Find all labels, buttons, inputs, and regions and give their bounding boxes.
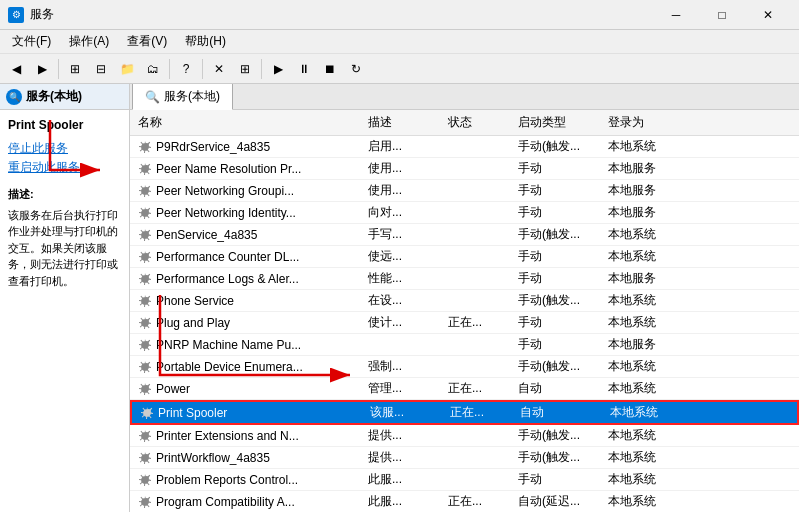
service-name-cell: Problem Reports Control... <box>134 472 364 488</box>
service-name-cell: Peer Name Resolution Pr... <box>134 161 364 177</box>
gear-icon <box>138 228 152 242</box>
help-button[interactable]: ? <box>174 57 198 81</box>
table-row[interactable]: Printer Extensions and N... 提供... 手动(触发.… <box>130 425 799 447</box>
table-row[interactable]: Peer Networking Identity... 向对... 手动 本地服… <box>130 202 799 224</box>
service-startup-cell: 手动 <box>514 335 604 354</box>
menu-view[interactable]: 查看(V) <box>119 31 175 52</box>
stop-service-link[interactable]: 停止此服务 <box>8 140 121 157</box>
gear-icon <box>138 294 152 308</box>
service-name-cell: Power <box>134 381 364 397</box>
service-status-cell: 正在... <box>446 403 516 422</box>
back-button[interactable]: ◀ <box>4 57 28 81</box>
service-startup-cell: 手动(触发... <box>514 291 604 310</box>
table-row[interactable]: P9RdrService_4a835 启用... 手动(触发... 本地系统 <box>130 136 799 158</box>
service-name-cell: PrintWorkflow_4a835 <box>134 450 364 466</box>
delete-button[interactable]: ✕ <box>207 57 231 81</box>
service-desc-cell: 使计... <box>364 313 444 332</box>
service-login-cell: 本地系统 <box>604 426 684 445</box>
col-header-desc[interactable]: 描述 <box>364 112 444 133</box>
gear-icon <box>138 250 152 264</box>
toolbar: ◀ ▶ ⊞ ⊟ 📁 🗂 ? ✕ ⊞ ▶ ⏸ ⏹ ↻ <box>0 54 799 84</box>
gear-icon <box>138 382 152 396</box>
service-desc-cell: 性能... <box>364 269 444 288</box>
service-status-cell: 正在... <box>444 492 514 511</box>
minimize-button[interactable]: ─ <box>653 0 699 30</box>
col-header-startup[interactable]: 启动类型 <box>514 112 604 133</box>
service-name-text: Program Compatibility A... <box>156 495 295 509</box>
table-row[interactable]: PenService_4a835 手写... 手动(触发... 本地系统 <box>130 224 799 246</box>
restart-service-link[interactable]: 重启动此服务 <box>8 159 121 176</box>
service-status-cell <box>444 190 514 192</box>
service-status-cell <box>444 300 514 302</box>
close-button[interactable]: ✕ <box>745 0 791 30</box>
table-row[interactable]: PrintWorkflow_4a835 提供... 手动(触发... 本地系统 <box>130 447 799 469</box>
service-desc-cell: 手写... <box>364 225 444 244</box>
app-icon: ⚙ <box>8 7 24 23</box>
table-row[interactable]: PNRP Machine Name Pu... 手动 本地服务 <box>130 334 799 356</box>
table-row[interactable]: Phone Service 在设... 手动(触发... 本地系统 <box>130 290 799 312</box>
menu-help[interactable]: 帮助(H) <box>177 31 234 52</box>
service-startup-cell: 手动(触发... <box>514 225 604 244</box>
service-name-text: Peer Networking Groupi... <box>156 184 294 198</box>
menu-action[interactable]: 操作(A) <box>61 31 117 52</box>
table-row[interactable]: Portable Device Enumera... 强制... 手动(触发..… <box>130 356 799 378</box>
table-row[interactable]: Peer Networking Groupi... 使用... 手动 本地服务 <box>130 180 799 202</box>
service-login-cell: 本地系统 <box>604 247 684 266</box>
service-login-cell: 本地服务 <box>604 203 684 222</box>
pause-button[interactable]: ⏸ <box>292 57 316 81</box>
view-button[interactable]: ⊞ <box>63 57 87 81</box>
table-row[interactable]: Problem Reports Control... 此服... 手动 本地系统 <box>130 469 799 491</box>
table-row[interactable]: Peer Name Resolution Pr... 使用... 手动 本地服务 <box>130 158 799 180</box>
gear-icon <box>138 451 152 465</box>
service-desc-cell: 启用... <box>364 137 444 156</box>
col-header-status[interactable]: 状态 <box>444 112 514 133</box>
service-name-cell: PNRP Machine Name Pu... <box>134 337 364 353</box>
service-name-text: Phone Service <box>156 294 234 308</box>
stop-button[interactable]: ⏹ <box>318 57 342 81</box>
menu-bar: 文件(F) 操作(A) 查看(V) 帮助(H) <box>0 30 799 54</box>
service-name-cell: Portable Device Enumera... <box>134 359 364 375</box>
nav-header: 🔍 服务(本地) <box>0 84 129 110</box>
service-status-cell <box>444 256 514 258</box>
col-header-login[interactable]: 登录为 <box>604 112 684 133</box>
service-startup-cell: 手动 <box>514 203 604 222</box>
folder2-button[interactable]: 🗂 <box>141 57 165 81</box>
service-status-cell: 正在... <box>444 379 514 398</box>
table-row[interactable]: Program Compatibility A... 此服... 正在... 自… <box>130 491 799 512</box>
properties-button[interactable]: ⊞ <box>233 57 257 81</box>
play-button[interactable]: ▶ <box>266 57 290 81</box>
service-startup-cell: 手动 <box>514 313 604 332</box>
refresh-button[interactable]: ↻ <box>344 57 368 81</box>
service-name-cell: PenService_4a835 <box>134 227 364 243</box>
col-header-name[interactable]: 名称 <box>134 112 364 133</box>
service-name-text: Printer Extensions and N... <box>156 429 299 443</box>
folder-button[interactable]: 📁 <box>115 57 139 81</box>
gear-icon <box>138 140 152 154</box>
gear-icon <box>138 495 152 509</box>
service-status-cell <box>444 435 514 437</box>
table-row[interactable]: Performance Counter DL... 使远... 手动 本地系统 <box>130 246 799 268</box>
nav-label: 服务(本地) <box>26 88 82 105</box>
service-name-cell: Plug and Play <box>134 315 364 331</box>
gear-icon <box>138 206 152 220</box>
table-body: P9RdrService_4a835 启用... 手动(触发... 本地系统 P… <box>130 136 799 512</box>
service-desc-cell: 提供... <box>364 448 444 467</box>
table-row[interactable]: Power 管理... 正在... 自动 本地系统 <box>130 378 799 400</box>
gear-icon <box>138 338 152 352</box>
table-row[interactable]: Performance Logs & Aler... 性能... 手动 本地服务 <box>130 268 799 290</box>
service-login-cell: 本地系统 <box>604 492 684 511</box>
service-status-cell <box>444 366 514 368</box>
maximize-button[interactable]: □ <box>699 0 745 30</box>
gear-icon <box>138 162 152 176</box>
forward-button[interactable]: ▶ <box>30 57 54 81</box>
table-row[interactable]: Print Spooler 该服... 正在... 自动 本地系统 <box>130 400 799 425</box>
tree-button[interactable]: ⊟ <box>89 57 113 81</box>
menu-file[interactable]: 文件(F) <box>4 31 59 52</box>
service-desc-cell: 使用... <box>364 159 444 178</box>
left-panel: 🔍 服务(本地) Print Spooler 停止此服务 重启动此服务 描述: … <box>0 84 130 512</box>
service-name-text: PenService_4a835 <box>156 228 257 242</box>
service-status-cell <box>444 278 514 280</box>
window-title: 服务 <box>30 6 54 23</box>
table-row[interactable]: Plug and Play 使计... 正在... 手动 本地系统 <box>130 312 799 334</box>
tab-services-local[interactable]: 🔍 服务(本地) <box>132 84 233 110</box>
